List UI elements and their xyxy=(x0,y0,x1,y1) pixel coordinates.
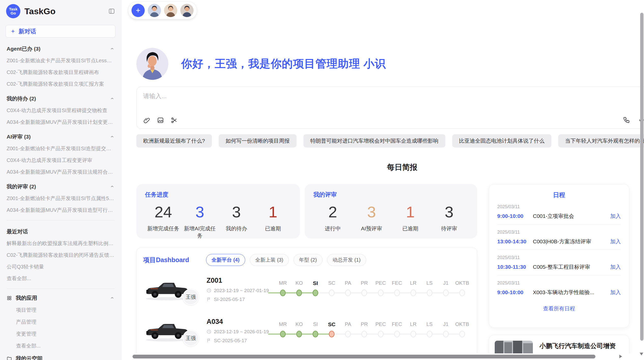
view-all-link[interactable]: 查看全部... xyxy=(16,342,114,349)
app-root: Task Go TaskGo 新对话 Agent已办 (3) Z001-全新燃油… xyxy=(0,0,644,360)
chevron-up-icon xyxy=(110,184,114,189)
milestone-node xyxy=(280,290,286,296)
phone-icon[interactable] xyxy=(623,116,630,124)
list-item[interactable]: C0X4-动力总成开发项目工程变更评审 xyxy=(7,157,114,164)
sidebar-item-cloud-space[interactable]: 我的云空间 xyxy=(7,355,114,360)
list-item[interactable]: A034-全新新能源MUV产品开发项目法规符合性评审 xyxy=(7,169,114,175)
event-date: 2025/03/11 xyxy=(497,204,621,209)
list-item[interactable]: A034-全新新能源MUV产品开发项目造型可行性评审 xyxy=(7,207,114,214)
suggestion-chip[interactable]: 比亚迪全固态电池计划具体说了什么 xyxy=(452,134,551,147)
list-item[interactable]: 解释最新出台的欧盟报废车法规再生塑料比例被调至15%... xyxy=(7,240,114,247)
project-row[interactable]: 王强 Z001 2023-12-19 ~ 2027-01-19 SI-2025-… xyxy=(143,272,470,307)
section-title: 我的待办 (2) xyxy=(7,95,36,102)
vertical-scrollbar-thumb[interactable] xyxy=(640,13,643,341)
section-my-todo[interactable]: 我的待办 (2) xyxy=(7,95,114,102)
divider xyxy=(7,220,114,220)
project-info: Z001 2023-12-19 ~ 2027-01-19 SI-2025-05-… xyxy=(207,277,271,302)
join-link[interactable]: 加入 xyxy=(610,263,621,271)
sidebar-item-change-mgmt[interactable]: 变更管理 xyxy=(16,331,114,337)
project-milestone-date: SI-2025-05-17 xyxy=(214,297,245,302)
sidebar-item-project-mgmt[interactable]: 项目管理 xyxy=(16,307,114,313)
section-recent-chats: 最近对话 xyxy=(7,228,114,235)
milestone-label-current: SI xyxy=(307,280,324,286)
scroll-right-arrow-icon[interactable] xyxy=(619,355,622,358)
list-item[interactable]: Z001-全新燃油轻卡产品开发项目SI节点属性5D文件评审 xyxy=(7,195,114,202)
collapse-sidebar-icon[interactable] xyxy=(108,8,115,14)
section-ai-review[interactable]: AI评审 (3) xyxy=(7,133,114,140)
chevron-up-icon xyxy=(110,134,114,139)
section-my-review[interactable]: 我的评审 (2) xyxy=(7,183,114,190)
dashboard-tabs: 全新平台 (4) 全新上装 (3) 年型 (2) 动总开发 (1) xyxy=(206,254,366,266)
new-chat-button[interactable]: 新对话 xyxy=(6,25,115,38)
tab-new-body[interactable]: 全新上装 (3) xyxy=(250,254,289,266)
app-logo: Task Go xyxy=(6,4,20,18)
main-area: 王强 你好，王强，我是你的项目管理助理 小识 欧洲新规最近颁布了什么? 如 xyxy=(121,0,644,360)
list-item[interactable]: C0X4-动力总成开发项目SI里程碑提交物检查 xyxy=(7,107,114,114)
new-chat-label: 新对话 xyxy=(19,27,36,35)
avatar[interactable] xyxy=(148,4,161,17)
list-item[interactable]: A034-全新新能源MUV产品开发项目计划变更类编写 xyxy=(7,119,114,126)
avatar[interactable] xyxy=(180,4,194,17)
suggestion-chip[interactable]: 欧洲新规最近颁布了什么? xyxy=(136,134,212,147)
list-item[interactable]: C02-飞腾新能源轻客改款项目立项汇报方案 xyxy=(7,81,114,87)
section-agent-done[interactable]: Agent已办 (3) xyxy=(7,45,114,52)
left-column: 任务进度 24 新增完成任务 3 新增AI完成任务 3 xyxy=(136,184,477,360)
clock-icon xyxy=(207,288,211,293)
list-item[interactable]: Z001-全新燃油轻卡产品开发项目SI造型提交物评审 xyxy=(7,145,114,152)
add-button[interactable] xyxy=(131,4,145,17)
chevron-up-icon xyxy=(110,296,114,300)
project-row[interactable]: 王强 A034 2023-12-19 ~ 2026-01-19 SC-2025-… xyxy=(143,313,470,348)
suggestion-chip[interactable]: 当下年轻人对汽车外观有怎样的喜好趋势 xyxy=(558,134,644,147)
image-icon[interactable] xyxy=(157,117,164,124)
avatar[interactable] xyxy=(164,4,177,17)
milestone-node xyxy=(313,331,318,337)
milestone-label: LR xyxy=(405,321,421,327)
tab-new-platform[interactable]: 全新平台 (4) xyxy=(206,254,245,266)
milestone-label: PR xyxy=(356,321,372,327)
stat: 3 我的待办 xyxy=(218,201,255,239)
stat-label: 我的待办 xyxy=(218,225,255,232)
view-all-link[interactable]: 查看全部... xyxy=(7,275,114,282)
scroll-down-arrow-icon[interactable] xyxy=(640,353,643,355)
event-time: 9:00-10:00 xyxy=(497,289,533,295)
stats-row: 任务进度 24 新增完成任务 3 新增AI完成任务 3 xyxy=(136,184,477,238)
sidebar-item-product-mgmt[interactable]: 产品管理 xyxy=(16,319,114,325)
horizontal-scrollbar-thumb[interactable] xyxy=(133,355,595,358)
tab-powertrain[interactable]: 动总开发 (1) xyxy=(327,254,366,266)
project-code: Z001 xyxy=(207,277,271,284)
list-item[interactable]: 公司Q3轻卡销量 xyxy=(7,263,114,270)
card-title: 我的评审 xyxy=(313,191,469,199)
milestone-node xyxy=(394,290,400,296)
list-item[interactable]: C02-飞腾新能源轻客改款项目的闭环通告反馈情况 xyxy=(7,252,114,259)
milestone-node xyxy=(459,290,465,296)
milestone-label: PA xyxy=(340,321,356,327)
view-all-schedule-link[interactable]: 查看所有日程 xyxy=(497,305,621,312)
milestone-node xyxy=(378,290,384,296)
milestone-node xyxy=(345,290,351,296)
milestone-label-current: SC xyxy=(324,321,340,327)
task-progress-card: 任务进度 24 新增完成任务 3 新增AI完成任务 3 xyxy=(136,184,300,238)
sidebar-item-my-apps[interactable]: 我的应用 xyxy=(7,294,114,302)
scissors-icon[interactable] xyxy=(171,117,178,124)
schedule-event: 2025/03/11 13:00-14:30 C003|H0B-方案冻结评审 加… xyxy=(497,224,621,250)
stat-value: 3 xyxy=(182,201,218,223)
schedule-title: 日程 xyxy=(497,191,621,199)
list-item[interactable]: Z001-全新燃油皮卡产品开发项目SI节点Lesson Learn报告 xyxy=(7,57,114,64)
flag-icon xyxy=(207,297,211,302)
join-link[interactable]: 加入 xyxy=(610,289,621,296)
list-item[interactable]: C02-飞腾新能源轻客改款项目里程碑画布 xyxy=(7,69,114,76)
timeline-track xyxy=(315,293,462,293)
attach-icon[interactable] xyxy=(143,117,150,124)
join-link[interactable]: 加入 xyxy=(610,238,621,245)
suggestion-chip[interactable]: 如何写一份清晰的项目周报 xyxy=(219,134,297,147)
join-link[interactable]: 加入 xyxy=(610,213,621,220)
schedule-event: 2025/03/11 9:00-10:00 X003-车辆动力学性能验... 加… xyxy=(497,275,621,301)
stat-label: 已逾期 xyxy=(391,225,430,232)
hero: 你好，王强，我是你的项目管理助理 小识 xyxy=(136,48,644,80)
stat-label: 进行中 xyxy=(313,225,352,232)
composer-left-icons xyxy=(143,117,178,124)
chat-input[interactable] xyxy=(143,93,515,100)
suggestion-chip[interactable]: 特朗普可能对进口汽车增税会对中国车企造成哪些影响 xyxy=(303,134,445,147)
tab-year-model[interactable]: 年型 (2) xyxy=(294,254,323,266)
stat-label: 新增完成任务 xyxy=(145,225,182,232)
